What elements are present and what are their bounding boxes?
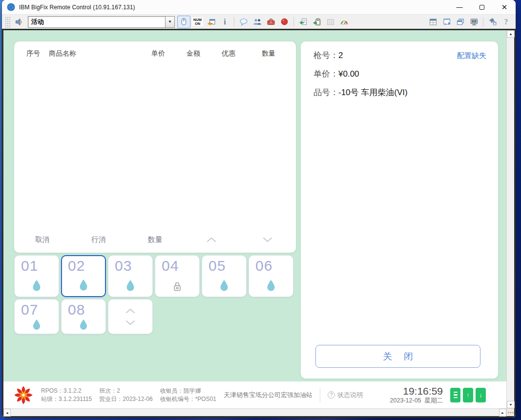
menu-green-button[interactable] (450, 388, 460, 402)
close-window-button[interactable]: ✕ (493, 0, 516, 14)
minimize-button[interactable]: — (448, 0, 471, 14)
date-value: 2023-12-05 (390, 397, 421, 404)
droplet-icon (125, 279, 136, 292)
chat-button[interactable] (237, 16, 250, 28)
remote-control-window: IBM BigFix Remote Control (10.91.167.131… (2, 0, 516, 418)
toolbar-separator (483, 17, 483, 27)
session-mode-value[interactable]: 活动 (28, 16, 166, 28)
remote-frame: 序号 商品名称 单价 金额 优惠 数量 取消 行消 数量 (2, 29, 516, 418)
menu-dashes-icon (454, 392, 458, 399)
chevron-down-icon (125, 319, 136, 326)
pump-number: 06 (255, 258, 272, 274)
cashier-info: 收银员：陈学娜 收银机编号：*POS01 (160, 387, 216, 403)
maximize-icon (479, 5, 484, 10)
column-header-amount: 金额 (165, 49, 200, 58)
arrow-up-green-button[interactable]: ↑ (463, 388, 473, 402)
droplet-icon (266, 279, 277, 292)
config-missing-link[interactable]: 配置缺失 (457, 49, 486, 61)
shift-number: 班次：2 (99, 387, 152, 395)
scrollbar-left-arrow[interactable]: ◄ (3, 409, 11, 417)
mouse-control-button[interactable] (177, 16, 190, 28)
droplet-icon (78, 279, 89, 292)
pump-button-03[interactable]: 03 (108, 255, 153, 297)
remote-viewport: 序号 商品名称 单价 金额 优惠 数量 取消 行消 数量 (2, 29, 516, 418)
droplet-icon (31, 279, 42, 292)
station-name: 天津销售宝坻分公司宏强加油站 (224, 391, 313, 400)
toolbar: 活动 ▼ NUM ON i (2, 14, 516, 29)
pump-button-07[interactable]: 07 (14, 299, 59, 334)
pump-button-04[interactable]: 04 (155, 255, 200, 297)
pump-number: 04 (162, 258, 179, 274)
clipboard-grid-button[interactable] (324, 16, 337, 28)
display-settings-button[interactable] (467, 16, 480, 28)
file-transfer-send-button[interactable] (296, 16, 310, 28)
horizontal-scrollbar[interactable]: ◄ ► (3, 408, 506, 416)
line-cancel-button[interactable]: 行消 (70, 235, 126, 244)
list-action-row: 取消 行消 数量 (14, 229, 296, 250)
maximize-button[interactable] (471, 0, 493, 14)
scrollbar-right-arrow[interactable]: ► (499, 409, 506, 417)
speaker-icon[interactable] (12, 16, 25, 28)
droplet-icon (78, 319, 89, 331)
toolbox-button[interactable] (264, 16, 277, 28)
scroll-up-button[interactable] (183, 236, 239, 243)
pump-page-button[interactable] (108, 299, 153, 334)
help-icon: ? (504, 18, 508, 26)
clock: 19:16:59 2023-12-05 星期二 (390, 386, 443, 404)
numlock-text-bottom: ON (193, 22, 202, 26)
pos-close-button[interactable]: 关 闭 (315, 345, 480, 368)
version-info: RPOS：3.1.2.2 站级：3.1.2.231115 (41, 387, 92, 403)
window-controls: — ✕ (448, 0, 516, 14)
scrollbar-up-arrow[interactable]: ▲ (507, 30, 515, 38)
weekday-value: 星期二 (425, 397, 443, 404)
toolbar-separator (293, 17, 294, 27)
grid-view-button[interactable] (426, 16, 439, 28)
unit-price-value: ¥0.00 (338, 68, 359, 80)
cancel-button[interactable]: 取消 (14, 235, 70, 244)
info-icon: i (224, 18, 226, 26)
session-mode-dropdown-button[interactable]: ▼ (166, 16, 175, 28)
help-button[interactable]: ? (500, 16, 513, 28)
gun-number-value: 2 (338, 49, 343, 61)
participants-button[interactable] (250, 16, 264, 28)
product-label: 品号： (313, 86, 338, 99)
pump-button-01[interactable]: 01 (14, 255, 59, 297)
numlock-icon: NUM ON (192, 18, 203, 26)
titlebar: IBM BigFix Remote Control (10.91.167.131… (2, 0, 516, 14)
chevron-down-icon (262, 236, 273, 243)
quantity-button[interactable]: 数量 (127, 235, 183, 244)
unit-price-label: 单价： (313, 68, 338, 80)
pump-button-05[interactable]: 05 (202, 255, 247, 297)
pos-screen: 序号 商品名称 单价 金额 优惠 数量 取消 行消 数量 (3, 30, 506, 408)
record-button[interactable] (278, 16, 291, 28)
arrow-down-green-button[interactable]: ↓ (476, 388, 486, 402)
vertical-scrollbar[interactable]: ▲ ▼ (506, 30, 514, 408)
business-day: 营业日：2023-12-06 (99, 395, 152, 403)
cashier-name: 收银员：陈学娜 (160, 387, 216, 395)
pump-number: 02 (68, 258, 85, 274)
cascade-windows-button[interactable] (454, 16, 467, 28)
pump-button-06[interactable]: 06 (249, 255, 293, 297)
pump-number: 01 (21, 258, 38, 274)
session-info-button[interactable]: i (218, 16, 231, 28)
product-value: -10号 车用柴油(VI) (338, 86, 408, 99)
pump-button-02[interactable]: 02 (61, 255, 106, 297)
send-keys-button[interactable] (205, 16, 218, 28)
current-time: 19:16:59 (390, 386, 443, 397)
scrollbar-down-arrow[interactable]: ▼ (507, 401, 515, 408)
status-help-link[interactable]: ? 状态说明 (328, 391, 363, 400)
current-date: 2023-12-05 星期二 (390, 397, 443, 404)
chevron-up-icon (125, 307, 136, 314)
scroll-down-button[interactable] (240, 236, 296, 243)
resize-grip[interactable] (506, 408, 514, 416)
fit-to-window-button[interactable] (440, 16, 453, 28)
column-header-name: 商品名称 (49, 49, 130, 58)
numlock-indicator[interactable]: NUM ON (191, 16, 204, 28)
performance-gauge-icon[interactable] (337, 16, 351, 28)
pump-button-08[interactable]: 08 (61, 299, 106, 334)
toolbar-drag-handle[interactable] (4, 16, 10, 28)
tools-button[interactable] (486, 16, 499, 28)
toolbar-separator (234, 17, 234, 27)
file-transfer-receive-button[interactable] (310, 16, 323, 28)
register-id: 收银机编号：*POS01 (160, 395, 216, 403)
